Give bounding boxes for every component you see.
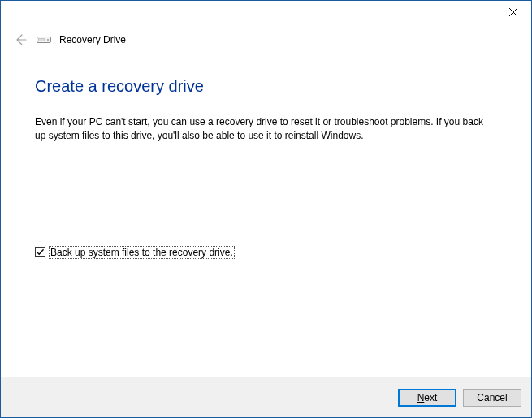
- back-button[interactable]: [12, 32, 28, 48]
- back-arrow-icon: [14, 33, 27, 46]
- close-button[interactable]: [495, 1, 531, 24]
- backup-checkbox-row: Back up system files to the recovery dri…: [35, 246, 497, 259]
- wizard-footer: Next Cancel: [1, 377, 531, 417]
- checkmark-icon: [36, 248, 45, 256]
- next-button[interactable]: Next: [398, 389, 456, 407]
- backup-checkbox-label[interactable]: Back up system files to the recovery dri…: [49, 246, 235, 259]
- window-title: Recovery Drive: [59, 34, 126, 45]
- next-button-label: Next: [417, 392, 438, 403]
- svg-rect-4: [39, 39, 45, 41]
- close-icon: [509, 8, 517, 16]
- drive-icon: [37, 34, 51, 45]
- recovery-drive-window: Recovery Drive Create a recovery drive E…: [0, 0, 532, 418]
- wizard-header: Recovery Drive: [1, 25, 531, 48]
- titlebar: [1, 1, 531, 25]
- page-description: Even if your PC can't start, you can use…: [35, 115, 486, 144]
- svg-point-3: [47, 39, 49, 41]
- cancel-button[interactable]: Cancel: [463, 389, 521, 407]
- page-heading: Create a recovery drive: [35, 77, 497, 96]
- backup-checkbox[interactable]: [35, 247, 45, 257]
- wizard-content: Create a recovery drive Even if your PC …: [1, 48, 531, 377]
- cancel-button-label: Cancel: [477, 392, 507, 403]
